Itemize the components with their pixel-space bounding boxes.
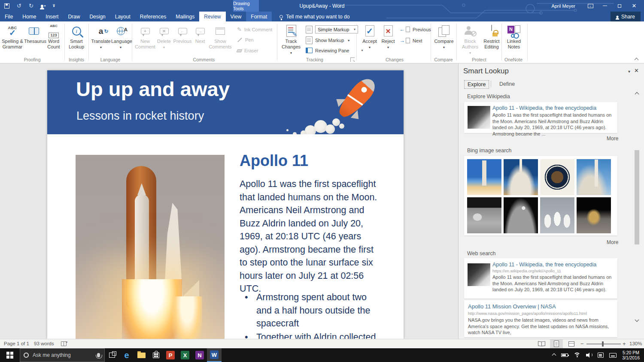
zoom-in-icon[interactable]: + (623, 341, 626, 347)
bing-thumb-launch-1[interactable] (467, 159, 501, 195)
translate-button[interactable]: a↻ Translate (91, 23, 111, 60)
taskbar-edge[interactable]: e (119, 348, 134, 362)
bing-thumb-crew-portrait[interactable] (540, 197, 574, 233)
tell-me-box[interactable]: Tell me what you want to do (279, 12, 349, 21)
word-count-button[interactable]: ABC123 Word Count (44, 23, 63, 60)
accept-button[interactable]: ✓ Accept (361, 23, 379, 60)
next-change-button[interactable]: → Next (399, 37, 422, 44)
minimize-button[interactable] (598, 0, 612, 12)
block-authors-button[interactable]: Block Authors (459, 23, 481, 60)
tab-references[interactable]: References (135, 12, 171, 21)
show-comments-button[interactable]: Show Comments (209, 23, 232, 60)
delete-comment-button[interactable]: ✕ Delete (155, 23, 173, 60)
show-hidden-icons[interactable] (552, 353, 556, 357)
tracking-dialog-launcher[interactable] (350, 57, 355, 62)
web-result-card-1[interactable]: Apollo 11 - Wikipedia, the free encyclop… (464, 258, 617, 299)
tab-layout[interactable]: Layout (110, 12, 135, 21)
zoom-out-icon[interactable]: − (580, 341, 584, 347)
word-count-indicator[interactable]: 93 words (34, 341, 54, 346)
restrict-editing-button[interactable]: Restrict Editing (482, 23, 501, 60)
tab-format[interactable]: Format (246, 12, 272, 21)
tab-insert[interactable]: Insert (41, 12, 63, 21)
tab-view[interactable]: View (226, 12, 246, 21)
tab-define[interactable]: Define (496, 80, 518, 88)
tab-review[interactable]: Review (199, 12, 225, 21)
restore-button[interactable] (612, 0, 627, 12)
share-button[interactable]: Share (611, 12, 641, 21)
thesaurus-button[interactable]: Thesaurus (24, 23, 44, 60)
pen-button[interactable]: Pen (237, 37, 254, 42)
web-result-link-1[interactable]: Apollo 11 - Wikipedia, the free encyclop… (492, 262, 596, 268)
taskbar-store[interactable] (149, 348, 163, 362)
clock[interactable]: 5:20 PM 3/1/2016 (622, 350, 640, 360)
collapse-ribbon-icon[interactable] (635, 58, 639, 62)
track-changes-button[interactable]: Track Changes (280, 23, 302, 60)
previous-change-button[interactable]: ← Previous (399, 26, 431, 33)
bing-thumb-lunar-module[interactable] (467, 197, 501, 233)
more-link-bing[interactable]: More (607, 239, 618, 245)
start-button[interactable] (0, 348, 20, 362)
save-icon[interactable] (4, 3, 9, 9)
web-result-card-2[interactable]: Apollo 11 Mission Overview | NASA http:/… (464, 300, 617, 337)
battery-icon[interactable] (561, 353, 568, 357)
microphone-icon[interactable] (97, 353, 100, 357)
ink-comment-button[interactable]: ✎Ink Comment (237, 26, 272, 33)
linked-notes-button[interactable]: N Linked Notes (504, 23, 524, 60)
taskbar-excel[interactable]: X (178, 348, 192, 362)
web-result-link-2[interactable]: Apollo 11 Mission Overview | NASA (468, 303, 556, 310)
document-page[interactable]: Up up and away Lessons in rocket history (47, 70, 404, 339)
action-center-icon[interactable] (598, 353, 604, 358)
redo-icon[interactable]: ↻ (29, 3, 33, 9)
customize-qat-icon[interactable]: ▾ (53, 4, 55, 7)
bing-thumb-mission-patch[interactable] (540, 159, 574, 195)
close-button[interactable]: ✕ (627, 0, 641, 12)
read-mode-icon[interactable] (535, 339, 548, 348)
language-button[interactable]: A Language (111, 23, 130, 60)
taskbar-word-active[interactable]: W (207, 348, 222, 362)
reviewing-pane-button[interactable]: Reviewing Pane ▾ (306, 48, 363, 53)
bing-thumb-module-surface[interactable] (577, 197, 611, 233)
ribbon-display-options-icon[interactable]: ˄ (583, 0, 598, 12)
taskbar-powerpoint[interactable]: P (163, 348, 178, 362)
tab-home[interactable]: Home (18, 12, 41, 21)
zoom-level[interactable]: 130% (629, 341, 642, 346)
eraser-button[interactable]: Eraser (237, 48, 258, 53)
task-view-button[interactable] (105, 348, 119, 362)
wifi-icon[interactable] (574, 353, 580, 358)
wikipedia-card[interactable]: Apollo 11 - Wikipedia, the free encyclop… (464, 102, 617, 133)
markup-dropdown[interactable]: Simple Markup▾ (315, 25, 358, 33)
cortana-search-box[interactable]: Ask me anything (20, 348, 105, 362)
show-markup-button[interactable]: Show Markup (306, 36, 349, 44)
tab-design[interactable]: Design (85, 12, 110, 21)
reject-button[interactable]: ✕ Reject (380, 23, 397, 60)
tab-draw[interactable]: Draw (63, 12, 85, 21)
pane-close-icon[interactable]: ✕ (634, 67, 639, 74)
previous-comment-button[interactable]: ← Previous (173, 23, 192, 60)
document-canvas[interactable]: Up up and away Lessons in rocket history (0, 63, 458, 339)
smart-lookup-button[interactable]: i Smart Lookup (66, 23, 87, 60)
signed-in-user[interactable]: April Meyer (551, 3, 575, 9)
shuttle-launch-photo[interactable] (76, 155, 225, 339)
pane-options-caret-icon[interactable]: ▾ (628, 69, 630, 74)
tab-file[interactable]: File (0, 12, 18, 21)
bing-thumb-module-orbit[interactable] (504, 197, 538, 233)
bing-thumb-launch-2[interactable] (504, 159, 538, 195)
volume-icon[interactable] (586, 353, 592, 358)
web-layout-icon[interactable] (565, 339, 578, 348)
undo-icon[interactable]: ↺ (17, 3, 21, 9)
touch-keyboard-icon[interactable] (609, 353, 617, 358)
new-comment-button[interactable]: + New Comment (135, 23, 155, 60)
scroll-down-icon[interactable] (635, 318, 639, 322)
taskbar-onenote[interactable]: N (192, 348, 207, 362)
taskbar-file-explorer[interactable] (134, 348, 149, 362)
tab-mailings[interactable]: Mailings (171, 12, 199, 21)
section-collapse-icon[interactable] (635, 92, 639, 97)
more-link-wikipedia[interactable]: More (607, 136, 618, 142)
spelling-grammar-button[interactable]: ABC✓ Spelling & Grammar (2, 23, 23, 60)
print-layout-icon[interactable] (550, 339, 563, 348)
next-comment-button[interactable]: → Next (192, 23, 208, 60)
tab-explore[interactable]: Explore (464, 80, 489, 89)
touch-mode-icon[interactable]: ▾ (41, 4, 46, 8)
pane-scrollbar[interactable] (635, 150, 639, 244)
compare-button[interactable]: Compare (434, 23, 454, 60)
